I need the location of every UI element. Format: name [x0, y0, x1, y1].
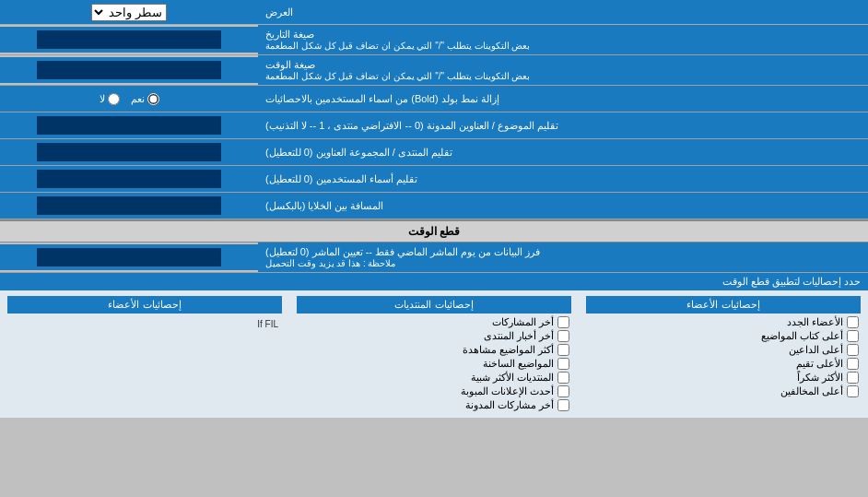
checkbox-last-posts-input[interactable]	[557, 316, 569, 328]
checkbox-similar-forums: المنتديات الأكثر شبية	[297, 371, 571, 385]
checkbox-top-topic-writers-input[interactable]	[847, 330, 859, 342]
checkbox-top-violators: أعلى المخالفين	[586, 385, 861, 398]
checkbox-top-inviters-input[interactable]	[847, 344, 859, 356]
time-format-input-cell: H:i	[0, 57, 258, 83]
time-format-label: صيغة الوقت بعض التكوينات يتطلب "/" التي …	[258, 55, 868, 85]
user-order-label: تقليم أسماء المستخدمين (0 للتعطيل)	[258, 166, 868, 192]
forum-order-input[interactable]: 33	[37, 143, 221, 161]
time-format-input[interactable]: H:i	[37, 61, 221, 79]
checkbox-most-viewed-input[interactable]	[557, 344, 569, 356]
checkbox-new-members-input[interactable]	[847, 316, 859, 328]
checkbox-last-blog-posts-input[interactable]	[557, 399, 569, 411]
cut-time-row: فرز البيانات من يوم الماشر الماضي فقط --…	[0, 243, 868, 273]
display-select-cell: سطر واحد سطرين ثلاثة أسطر	[0, 0, 258, 24]
cell-spacing-row: المسافة بين الخلايا (بالبكسل) 2	[0, 193, 868, 219]
checkbox-top-topic-writers: أعلى كتاب المواضيع	[586, 329, 861, 343]
topic-order-input[interactable]: 33	[37, 116, 221, 135]
checkbox-similar-forums-input[interactable]	[557, 372, 569, 384]
cell-spacing-input[interactable]: 2	[37, 196, 221, 215]
checkbox-last-news: أخر أخبار المنتدى	[297, 329, 571, 343]
cut-time-label: فرز البيانات من يوم الماشر الماضي فقط --…	[258, 243, 868, 272]
checkbox-last-posts: أخر المشاركات	[297, 315, 571, 329]
checkbox-col-members: إحصائيات الأعضاء الأعضاء الجدد أعلى كتاب…	[579, 294, 868, 414]
date-format-row: صيغة التاريخ بعض التكوينات يتطلب "/" الت…	[0, 25, 868, 55]
display-label: العرض	[258, 0, 868, 24]
checkbox-last-blog-posts: أخر مشاركات المدونة	[297, 398, 571, 412]
checkbox-top-rated-input[interactable]	[847, 358, 859, 370]
forum-order-label: تقليم المنتدى / المجموعة العناوين (0 للت…	[258, 139, 868, 165]
date-format-label: صيغة التاريخ بعض التكوينات يتطلب "/" الت…	[258, 25, 868, 54]
user-order-input[interactable]: 0	[37, 170, 221, 188]
display-row: العرض سطر واحد سطرين ثلاثة أسطر	[0, 0, 868, 25]
date-format-input[interactable]: d-m	[37, 30, 221, 49]
checkbox-top-violators-input[interactable]	[847, 385, 859, 397]
checkbox-most-viewed: أكثر المواضيع مشاهدة	[297, 343, 571, 357]
main-container: العرض سطر واحد سطرين ثلاثة أسطر صيغة الت…	[0, 0, 868, 418]
checkboxes-container: إحصائيات الأعضاء الأعضاء الجدد أعلى كتاب…	[0, 290, 868, 418]
bold-radio-yes[interactable]	[147, 93, 159, 105]
if-fil-note: If FIL	[7, 315, 282, 333]
forum-order-row: تقليم المنتدى / المجموعة العناوين (0 للت…	[0, 139, 868, 166]
display-select[interactable]: سطر واحد سطرين ثلاثة أسطر	[91, 4, 167, 21]
apply-row: حدد إحصاليات لتطبيق قطع الوقت	[0, 273, 868, 290]
checkbox-top-rated: الأعلى تقيم	[586, 357, 861, 371]
bold-remove-row: إزالة نمط بولد (Bold) من اسماء المستخدمي…	[0, 86, 868, 112]
date-format-input-cell: d-m	[0, 27, 258, 53]
topic-order-label: تقليم الموضوع / العناوين المدونة (0 -- ا…	[258, 112, 868, 138]
checkbox-top-inviters: أعلى الداعين	[586, 343, 861, 357]
checkbox-col-members2: إحصائيات الأعضاء If FIL	[0, 294, 289, 414]
cell-spacing-label: المسافة بين الخلايا (بالبكسل)	[258, 193, 868, 219]
bold-remove-label: إزالة نمط بولد (Bold) من اسماء المستخدمي…	[258, 86, 868, 112]
checkbox-most-thanked-input[interactable]	[847, 372, 859, 384]
checkbox-latest-classified-input[interactable]	[557, 385, 569, 397]
bold-radio-no-label: لا	[100, 93, 120, 105]
cut-time-input-cell: 0	[0, 244, 258, 270]
checkbox-latest-classified: أحدث الإعلانات المبوبة	[297, 385, 571, 398]
checkbox-hot-topics: المواضيع الساخنة	[297, 357, 571, 371]
bold-radio-yes-label: نعم	[131, 93, 159, 105]
col-header-members2: إحصائيات الأعضاء	[7, 296, 282, 314]
bold-radio-no[interactable]	[108, 93, 120, 105]
cell-spacing-input-cell: 2	[0, 193, 258, 219]
checkbox-col-forums: إحصائيات المنتديات أخر المشاركات أخر أخب…	[289, 294, 579, 414]
checkbox-last-news-input[interactable]	[557, 330, 569, 342]
col-header-members: إحصائيات الأعضاء	[586, 296, 861, 314]
section-header-cuttime: قطع الوقت	[0, 221, 868, 242]
user-order-input-cell: 0	[0, 166, 258, 192]
user-order-row: تقليم أسماء المستخدمين (0 للتعطيل) 0	[0, 166, 868, 193]
checkbox-most-thanked: الأكثر شكراً	[586, 371, 861, 385]
topic-order-input-cell: 33	[0, 112, 258, 138]
checkbox-hot-topics-input[interactable]	[557, 358, 569, 370]
bold-remove-input-cell: نعم لا	[0, 86, 258, 112]
time-format-row: صيغة الوقت بعض التكوينات يتطلب "/" التي …	[0, 55, 868, 86]
cut-time-input[interactable]: 0	[37, 248, 221, 266]
topic-order-row: تقليم الموضوع / العناوين المدونة (0 -- ا…	[0, 112, 868, 139]
forum-order-input-cell: 33	[0, 139, 258, 165]
bold-radio-group: نعم لا	[100, 93, 159, 105]
checkbox-new-members: الأعضاء الجدد	[586, 315, 861, 329]
col-header-forums: إحصائيات المنتديات	[297, 296, 571, 314]
